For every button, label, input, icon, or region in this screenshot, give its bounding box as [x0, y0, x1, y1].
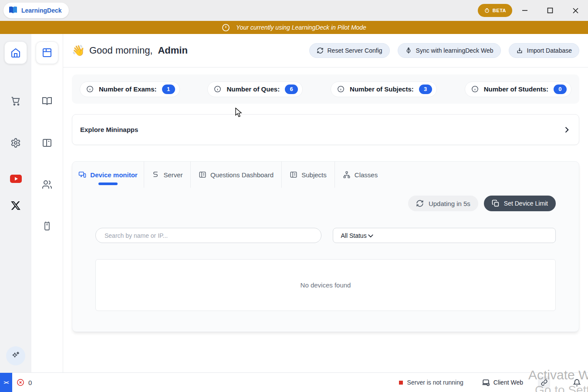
explore-title: Explore Mininapps	[80, 126, 138, 133]
book-logo-icon	[8, 6, 18, 15]
banner-message: Your currently using LearningDeck in Pil…	[236, 24, 366, 31]
laptop-check-icon	[482, 378, 490, 387]
stat-value-badge: 1	[162, 84, 175, 94]
set-device-limit-button[interactable]: Set Device Limit	[484, 196, 556, 211]
sidebar-item-notes[interactable]	[42, 221, 52, 231]
close-button[interactable]	[563, 0, 588, 21]
collapse-corner-button[interactable]: ><	[0, 373, 12, 392]
book-open-icon	[42, 96, 52, 106]
server-route-icon	[152, 171, 159, 179]
main-content: 👋 Good morning, Admin Reset Server Confi…	[63, 34, 588, 372]
sidebar-item-home[interactable]	[4, 41, 27, 64]
x-icon	[10, 200, 21, 211]
devices-empty-state: No devices found	[95, 259, 556, 311]
stat-label: Number of Ques:	[226, 85, 280, 93]
status-filter-select[interactable]: All Status	[333, 228, 556, 243]
error-counter[interactable]: 0	[17, 378, 32, 386]
tab-label: Classes	[355, 171, 378, 179]
status-bar: >< 0 Server is not running Client Web	[0, 372, 588, 392]
updating-countdown-button[interactable]: Updating in 5s	[408, 196, 478, 211]
info-icon	[86, 85, 94, 93]
refresh-icon	[416, 199, 424, 207]
sync-icon	[405, 47, 412, 54]
sidebar-item-settings[interactable]	[10, 138, 21, 148]
refresh-icon	[317, 47, 324, 54]
maximize-button[interactable]	[537, 0, 563, 21]
tab-questions-dashboard[interactable]: Questions Dashboard	[191, 162, 282, 188]
stat-students: Number of Students: 0	[465, 81, 571, 97]
home-icon	[10, 47, 21, 58]
tab-subjects[interactable]: Subjects	[282, 162, 335, 188]
pilot-mode-banner: Your currently using LearningDeck in Pil…	[0, 21, 588, 34]
stat-label: Number of Subjects:	[350, 85, 414, 93]
tab-label: Questions Dashboard	[210, 171, 274, 179]
app-title: LearningDeck	[21, 7, 62, 14]
stats-row: Number of Exams: 1 Number of Ques: 6 Num…	[72, 74, 579, 104]
tab-label: Subjects	[301, 171, 327, 179]
chevron-down-icon	[367, 232, 375, 240]
info-icon	[471, 85, 479, 93]
reset-server-config-button[interactable]: Reset Server Config	[309, 43, 390, 58]
status-filter-value: All Status	[341, 232, 367, 239]
server-status: Server is not running	[399, 379, 463, 386]
gear-icon	[10, 138, 21, 148]
notifications-button[interactable]	[573, 378, 581, 387]
sidebar-item-students[interactable]	[42, 179, 52, 190]
import-database-button[interactable]: Import Database	[509, 43, 580, 58]
stat-value-badge: 6	[285, 84, 298, 94]
youtube-icon	[10, 175, 22, 183]
sync-web-button[interactable]: Sync with learningDeck Web	[398, 43, 501, 58]
chevrons-icon: ><	[4, 380, 9, 385]
users-icon	[42, 179, 52, 190]
sidebar-item-store[interactable]	[10, 96, 21, 106]
sidebar-item-library[interactable]	[42, 96, 52, 106]
devices-icon	[492, 199, 500, 207]
stat-exams: Number of Exams: 1	[80, 81, 180, 97]
wave-emoji: 👋	[72, 44, 85, 57]
sidebar-item-x-twitter[interactable]	[10, 200, 21, 211]
server-status-text: Server is not running	[407, 379, 463, 386]
limit-button-label: Set Device Limit	[504, 200, 548, 207]
active-tab-indicator	[98, 182, 118, 185]
link-icon	[541, 379, 547, 386]
status-dot-icon	[399, 381, 403, 385]
search-input[interactable]	[95, 228, 321, 243]
stat-label: Number of Exams:	[99, 85, 157, 93]
notebook-icon	[290, 171, 297, 179]
greeting-text: Good morning,	[89, 45, 153, 56]
sidebar-item-panels[interactable]	[42, 138, 52, 148]
refresh-label: Updating in 5s	[429, 200, 470, 207]
error-circle-icon	[17, 378, 24, 386]
bell-icon	[573, 378, 581, 387]
button-label: Import Database	[527, 47, 572, 54]
explore-mininapps-card[interactable]: Explore Mininapps	[72, 114, 579, 145]
info-icon	[337, 85, 345, 93]
button-label: Reset Server Config	[328, 47, 382, 54]
outer-sidebar	[0, 34, 31, 372]
minimize-button[interactable]	[512, 0, 537, 21]
tab-bar: Device monitor Server Questions Dashboar…	[72, 162, 579, 188]
inner-sidebar	[31, 34, 63, 372]
warning-icon	[222, 24, 230, 32]
dashboard-layout-icon	[42, 47, 52, 58]
notebook-icon	[199, 171, 206, 179]
sidebar-item-dashboard[interactable]	[36, 41, 58, 64]
device-monitor-panel: Device monitor Server Questions Dashboar…	[72, 161, 579, 332]
empty-message: No devices found	[301, 281, 351, 289]
main-header: 👋 Good morning, Admin Reset Server Confi…	[63, 34, 588, 68]
info-icon	[214, 85, 221, 93]
beta-label: BETA	[493, 8, 506, 13]
clipboard-icon	[42, 221, 52, 231]
stat-label: Number of Students:	[484, 85, 548, 93]
copy-link-button[interactable]	[538, 376, 550, 389]
tab-label: Device monitor	[90, 171, 137, 179]
sidebar-item-ai-assistant[interactable]	[6, 346, 25, 365]
tab-classes[interactable]: Classes	[335, 162, 385, 188]
tab-server[interactable]: Server	[144, 162, 191, 188]
tab-device-monitor[interactable]: Device monitor	[72, 162, 144, 188]
button-label: Sync with learningDeck Web	[416, 47, 493, 54]
client-web-button[interactable]: Client Web	[482, 378, 523, 387]
sidebar-item-youtube[interactable]	[10, 174, 21, 184]
title-bar: LearningDeck BETA	[0, 0, 588, 21]
stat-value-badge: 3	[419, 84, 432, 94]
